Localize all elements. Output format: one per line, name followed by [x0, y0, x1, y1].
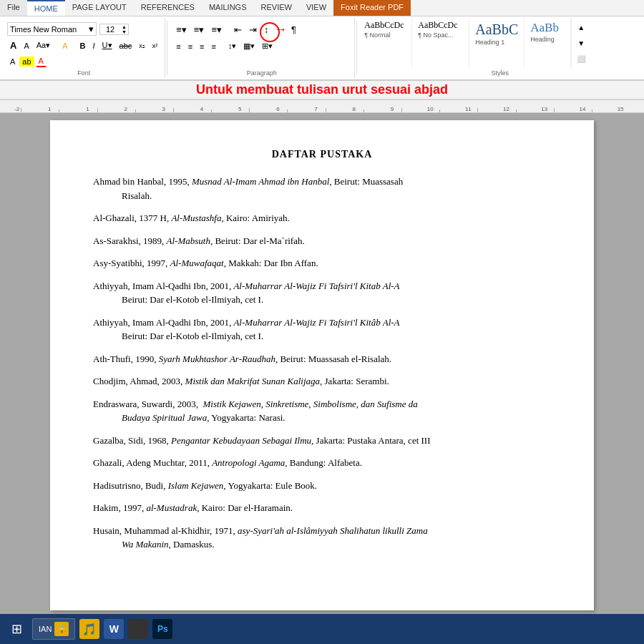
font-name-dropdown[interactable]: ▾: [87, 23, 96, 35]
style-h1[interactable]: AaBbC Heading 1: [469, 18, 525, 68]
bib-entry-8: Chodjim, Ahmad, 2003, Mistik dan Makrifa…: [93, 374, 551, 389]
font-size-input[interactable]: [100, 25, 120, 34]
style-nospace-preview: AaBbCcDc: [418, 20, 457, 31]
tab-page-layout[interactable]: PAGE LAYOUT: [65, 0, 134, 16]
sort-button[interactable]: ↕: [261, 24, 271, 36]
media-icon[interactable]: 🎵: [79, 619, 99, 639]
highlight-button[interactable]: A: [59, 40, 70, 52]
bib-entry-1-continuation: Risalah.: [93, 189, 551, 203]
ribbon-tabs: File HOME PAGE LAYOUT REFERENCES MAILING…: [0, 0, 644, 16]
font-size-down[interactable]: ▼: [120, 29, 128, 34]
bib-entry-2: Al-Ghazali, 1377 H, Al-Mustashfa, Kairo:…: [93, 211, 551, 225]
style-nospace-label: ¶ No Spac...: [418, 31, 453, 39]
start-button[interactable]: ⊞: [6, 618, 28, 640]
font-group: ▾ ▲ ▼ A A Aa▾ A B I: [3, 18, 165, 78]
black-icon[interactable]: [128, 619, 148, 639]
ribbon-content: ▾ ▲ ▼ A A Aa▾ A B I: [0, 16, 644, 81]
bib-entry-9: Endraswara, Suwardi, 2003, Mistik Kejawe…: [93, 397, 551, 425]
bib-entry-10: Gazalba, Sidi, 1968, Pengantar Kebudayaa…: [93, 434, 551, 448]
styles-scroll-down[interactable]: ▼: [575, 39, 587, 48]
security-icon: 🔒: [54, 622, 69, 636]
bib-entry-13: Hakim, 1997, al-Mustadrak, Kairo: Dar el…: [93, 501, 551, 515]
borders-button[interactable]: ⊞▾: [259, 40, 275, 52]
taskbar: ⊞ IAN 🔒 🎵 W Ps: [0, 614, 644, 644]
font-group-label: Font: [3, 69, 165, 77]
strikethrough-button[interactable]: abc: [117, 40, 135, 52]
font-size-box[interactable]: ▲ ▼: [99, 24, 129, 35]
aa-button[interactable]: Aa▾: [34, 39, 53, 52]
show-paragraph-button[interactable]: ¶: [288, 23, 299, 36]
bib-entry-6: Athiyyah, Imam Al-Qadhi Ibn, 2001, Al-Mu…: [93, 316, 551, 343]
bib-entry-11: Ghazali, Adeng Muchtar, 2011, Antropolog…: [93, 456, 551, 470]
styles-scroll-up[interactable]: ▲: [575, 23, 587, 32]
style-normal[interactable]: AaBbCcDc ¶ Normal: [358, 18, 412, 68]
style-nospace[interactable]: AaBbCcDc ¶ No Spac...: [412, 18, 469, 68]
tab-foxit[interactable]: Foxit Reader PDF: [333, 0, 411, 16]
style-h2[interactable]: AaBb Heading: [525, 18, 571, 68]
bib-entry-14-continuation: Wa Makanin, Damaskus.: [93, 537, 551, 552]
style-h2-label: Heading: [530, 36, 555, 43]
bib-entry-4: Asy-Syatibhi, 1997, Al-Muwafaqat, Makkah…: [93, 256, 551, 270]
bib-entry-1: Ahmad bin Hanbal, 1995, Musnad Al-Imam A…: [93, 175, 551, 203]
ruler: -2 1 1 2 3 4 5 6 7 8 9 10 11 12 13 14 15: [0, 100, 644, 113]
paragraph-group: ≡▾ ≡▾ ≡▾ ⇤ ⇥ ↕ → ¶ ≡: [169, 18, 355, 78]
shrink-button[interactable]: A: [21, 40, 31, 52]
text-highlight-button[interactable]: ab: [19, 57, 34, 67]
font-size-up[interactable]: ▲: [120, 24, 128, 29]
styles-group-label: Styles: [358, 69, 641, 77]
tab-file[interactable]: File: [0, 0, 27, 16]
tab-mailings[interactable]: MAILINGS: [202, 0, 254, 16]
superscript-button[interactable]: x²: [150, 41, 161, 51]
taskbar-security[interactable]: IAN 🔒: [32, 618, 75, 640]
clear-format-button[interactable]: A: [7, 56, 18, 67]
italic-button[interactable]: I: [90, 40, 98, 52]
style-normal-label: ¶ Normal: [364, 31, 390, 39]
tab-review[interactable]: REVIEW: [254, 0, 299, 16]
annotation-text: Untuk membuat tulisan urut sesuai abjad: [196, 82, 448, 97]
tab-references[interactable]: REFERENCES: [134, 0, 202, 16]
font-name-input[interactable]: [8, 24, 87, 34]
ribbon: File HOME PAGE LAYOUT REFERENCES MAILING…: [0, 0, 644, 100]
justify-button[interactable]: ≡: [209, 41, 219, 52]
word-icon[interactable]: W: [104, 619, 124, 639]
increase-indent-button[interactable]: ⇥: [246, 23, 260, 36]
taskbar-label-ian: IAN: [39, 625, 52, 633]
font-color-button[interactable]: A: [36, 55, 47, 67]
style-h1-label: Heading 1: [475, 39, 504, 46]
align-center-button[interactable]: ≡: [185, 41, 195, 52]
decrease-indent-button[interactable]: ⇤: [231, 23, 245, 36]
shading-button[interactable]: ▦▾: [240, 40, 258, 52]
bib-entry-7: Ath-Thufi, 1990, Syarh Mukhtashor Ar-Rau…: [93, 352, 551, 366]
ps-icon[interactable]: Ps: [152, 619, 172, 639]
style-normal-preview: AaBbCcDc: [364, 20, 404, 31]
document-page: DAFTAR PUSTAKA Ahmad bin Hanbal, 1995, M…: [50, 120, 594, 610]
underline-button[interactable]: U▾: [99, 39, 115, 52]
bullets-button[interactable]: ≡▾: [173, 23, 190, 36]
line-spacing-button[interactable]: ↕▾: [225, 40, 240, 52]
bib-entry-5-continuation: Beirut: Dar el-Kotob el-Ilmiyah, cet I.: [93, 293, 551, 307]
align-left-button[interactable]: ≡: [173, 41, 183, 52]
annotation-bar: Untuk membuat tulisan urut sesuai abjad: [0, 81, 644, 99]
bib-entry-3: As-Sarakhsi, 1989, Al-Mabsuth, Beirut: D…: [93, 234, 551, 248]
align-right-button[interactable]: ≡: [197, 41, 207, 52]
paragraph-group-label: Paragraph: [169, 69, 354, 77]
multilevel-list-button[interactable]: ≡▾: [208, 23, 225, 36]
subscript-button[interactable]: x₂: [136, 41, 148, 51]
bib-entry-9-continuation: Budaya Spiritual Jawa, Yogyakarta: Naras…: [93, 411, 551, 425]
bib-entry-14: Husain, Muhammad al-Khidhir, 1971, asy-S…: [93, 524, 551, 552]
bib-entry-6-continuation: Beirut: Dar el-Kotob el-Ilmiyah, cet I.: [93, 329, 551, 343]
document-area: DAFTAR PUSTAKA Ahmad bin Hanbal, 1995, M…: [0, 113, 644, 618]
font-name-box[interactable]: ▾: [7, 22, 97, 36]
styles-group: AaBbCcDc ¶ Normal AaBbCcDc ¶ No Spac... …: [358, 18, 641, 78]
styles-expand[interactable]: ⬜: [575, 54, 587, 64]
bib-entry-12: Hadisutrisno, Budi, Islam Kejawen, Yogya…: [93, 479, 551, 493]
bold-text-button[interactable]: B: [77, 40, 89, 52]
numbering-button[interactable]: ≡▾: [191, 23, 208, 36]
bold-button[interactable]: A: [7, 39, 19, 52]
tab-home[interactable]: HOME: [27, 0, 65, 16]
annotation-arrow: →: [274, 22, 287, 37]
style-h1-preview: AaBbC: [475, 20, 518, 39]
tab-view[interactable]: VIEW: [299, 0, 333, 16]
bib-entry-5: Athiyyah, Imam Al-Qadhi Ibn, 2001, Al-Mu…: [93, 279, 551, 307]
style-h2-preview: AaBb: [530, 20, 559, 36]
